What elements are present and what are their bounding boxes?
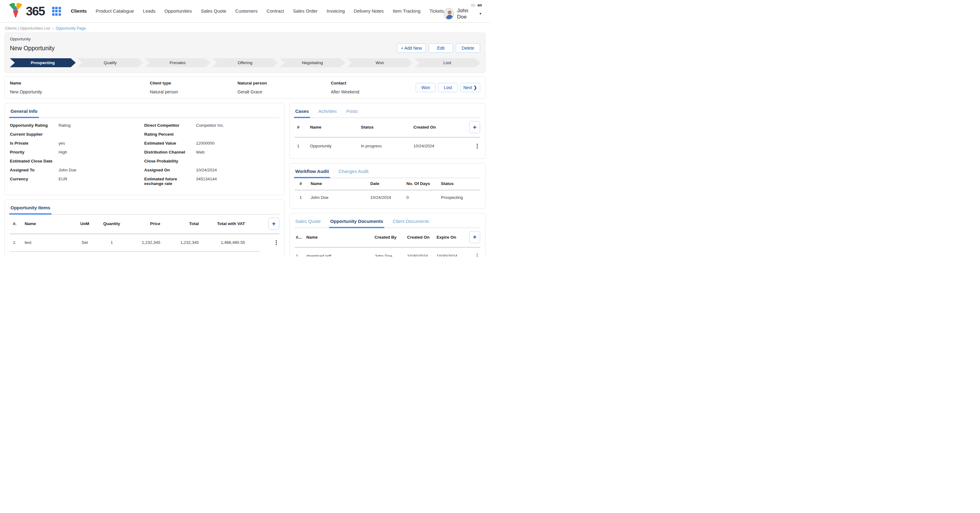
gi-value-estimated-value: 12000000	[196, 141, 279, 150]
add-new-button[interactable]: + Add New	[397, 43, 426, 53]
opportunity-header-card: Opportunity New Opportunity + Add New Ed…	[5, 33, 485, 73]
user-menu[interactable]: John Doe ▼	[444, 8, 482, 20]
item-price: 1,232,345	[125, 240, 160, 245]
nav-item-contract[interactable]: Contract	[267, 8, 284, 14]
gi-label-priority: Priority	[10, 150, 56, 159]
case-row[interactable]: 1 Opportunity In progress 10/24/2024	[294, 138, 480, 153]
field-natural-person-value: Geralt Grace	[238, 89, 331, 94]
gi-value-estimated-close-date	[59, 159, 142, 168]
tab-changes-audit[interactable]: Changes Audit	[338, 167, 369, 178]
items-col-num: #.	[13, 221, 25, 226]
tab-opportunity-documents[interactable]: Opportunity Documents	[330, 217, 384, 228]
item-total-vat: 1,466,490.55	[199, 240, 245, 245]
wf-days: 0	[406, 195, 441, 200]
tab-posts[interactable]: Posts	[345, 107, 358, 118]
nav-item-delivery-notes[interactable]: Delivery Notes	[354, 8, 384, 14]
stage-negotiating[interactable]: Negotiating	[280, 58, 345, 67]
stage-presales[interactable]: Presales	[145, 58, 210, 67]
item-row-menu-icon[interactable]	[274, 239, 280, 246]
nav-item-tickets[interactable]: Tickets	[429, 8, 444, 14]
cases-col-name: Name	[310, 125, 361, 129]
gi-label-assigned-to: Assigned To	[10, 168, 56, 177]
breadcrumb: Clients | Opportunities List › Opportuni…	[0, 23, 490, 33]
docs-col-created-by: Created By	[374, 235, 407, 239]
language-en[interactable]: en	[477, 3, 482, 7]
documents-panel: Sales Quote Opportunity Documents Client…	[290, 213, 485, 257]
documents-tabs: Sales Quote Opportunity Documents Client…	[294, 217, 480, 228]
items-col-name: Name	[25, 221, 71, 226]
stage-qualify[interactable]: Qualify	[77, 58, 143, 67]
gi-label-assigned-on: Assigned On	[144, 168, 194, 177]
gi-value-exchange-rate: 345134144	[196, 177, 279, 190]
edit-button[interactable]: Edit	[429, 43, 453, 53]
chevron-down-icon: ▼	[479, 12, 482, 16]
document-row[interactable]: 1 download.pdf John Doe 10/30/2024 10/30…	[294, 248, 480, 257]
gi-label-distribution-channel: Distribution Channel	[144, 150, 194, 159]
nav-item-clients[interactable]: Clients	[71, 8, 87, 14]
add-item-button[interactable]: +	[269, 218, 279, 230]
language-ro[interactable]: ro	[471, 3, 474, 7]
nav-item-product-catalogue[interactable]: Product Catalogue	[95, 8, 134, 14]
tab-opportunity-items[interactable]: Opportunity Items	[10, 204, 51, 214]
nav-item-invoicing[interactable]: Invoicing	[327, 8, 345, 14]
nav-item-sales-quote[interactable]: Sales Quote	[201, 8, 226, 14]
gi-label-direct-competitor: Direct Competitor	[144, 123, 194, 132]
add-document-button[interactable]: +	[469, 231, 480, 243]
tab-cases[interactable]: Cases	[294, 107, 309, 118]
language-switcher: roen	[471, 3, 482, 7]
doc-created-on: 10/30/2024	[407, 254, 437, 256]
wf-col-name: Name	[311, 181, 371, 186]
cases-col-num: #	[297, 125, 310, 129]
gi-value-opportunity-rating: Rating	[59, 123, 142, 132]
lost-button[interactable]: Lost	[438, 83, 458, 92]
nav-item-customers[interactable]: Customers	[235, 8, 258, 14]
won-button[interactable]: Won	[416, 83, 436, 92]
workflow-row[interactable]: 1 John Doe 10/24/2024 0 Prospecting	[294, 191, 480, 204]
main-nav: Clients Product Catalogue Leads Opportun…	[71, 8, 444, 14]
tab-activities[interactable]: Activities	[318, 107, 337, 118]
opportunity-items-tabs: Opportunity Items	[10, 204, 279, 215]
items-col-price: Price	[125, 221, 160, 226]
stage-offering[interactable]: Offering	[212, 58, 278, 67]
case-row-menu-icon[interactable]	[474, 142, 480, 150]
breadcrumb-path[interactable]: Clients | Opportunities List	[5, 26, 50, 30]
stage-lost[interactable]: Lost	[414, 58, 480, 67]
document-row-menu-icon[interactable]	[474, 252, 480, 257]
page-title: New Opportunity	[10, 45, 54, 52]
item-name: test	[25, 240, 71, 245]
item-row[interactable]: 1. test Set 1 1,232,345 1,232,345 1,466,…	[10, 234, 279, 250]
nav-item-leads[interactable]: Leads	[143, 8, 156, 14]
app-logo[interactable]: 365	[8, 3, 45, 19]
nav-item-opportunities[interactable]: Opportunities	[165, 8, 192, 14]
apps-grid-icon[interactable]	[52, 7, 61, 16]
tab-workflow-audit[interactable]: Workflow Audit	[294, 167, 329, 178]
field-contact-label: Contact	[331, 81, 416, 85]
logo-text: 365	[26, 5, 45, 17]
doc-expire-on: 10/30/2024	[436, 254, 466, 256]
workflow-audit-tabs: Workflow Audit Changes Audit	[294, 167, 480, 178]
gi-label-estimated-value: Estimated Value	[144, 141, 194, 150]
tab-sales-quote[interactable]: Sales Quote	[294, 217, 321, 228]
nav-item-item-tracking[interactable]: Item Tracking	[393, 8, 420, 14]
add-case-button[interactable]: +	[469, 121, 480, 133]
case-name: Opportunity	[310, 144, 361, 148]
stage-prospecting[interactable]: Prospecting	[10, 58, 76, 67]
breadcrumb-current[interactable]: Opportunity Page	[56, 26, 86, 30]
wf-col-date: Date	[371, 181, 406, 186]
items-col-total: Total	[160, 221, 199, 226]
delete-button[interactable]: Delete	[456, 43, 480, 53]
field-client-type: Client type Natural person	[150, 81, 238, 94]
stage-won[interactable]: Won	[347, 58, 413, 67]
documents-table-header: #... Name Created By Created On Expire O…	[294, 228, 480, 247]
gi-value-current-supplier	[59, 132, 142, 141]
gi-value-priority: High	[59, 150, 142, 159]
tab-client-documents[interactable]: Client Documents	[392, 217, 430, 228]
item-num: 1.	[13, 240, 25, 245]
opportunity-items-panel: Opportunity Items #. Name UoM Quantity P…	[5, 199, 285, 256]
wf-col-status: Status	[441, 181, 480, 186]
workflow-table-header: # Name Date No. Of Days Status	[294, 178, 480, 190]
gi-label-opportunity-rating: Opportunity Rating	[10, 123, 56, 132]
tab-general-info[interactable]: General Info	[10, 107, 38, 118]
nav-item-sales-order[interactable]: Sales Order	[293, 8, 318, 14]
next-button[interactable]: Next❯	[460, 83, 480, 92]
